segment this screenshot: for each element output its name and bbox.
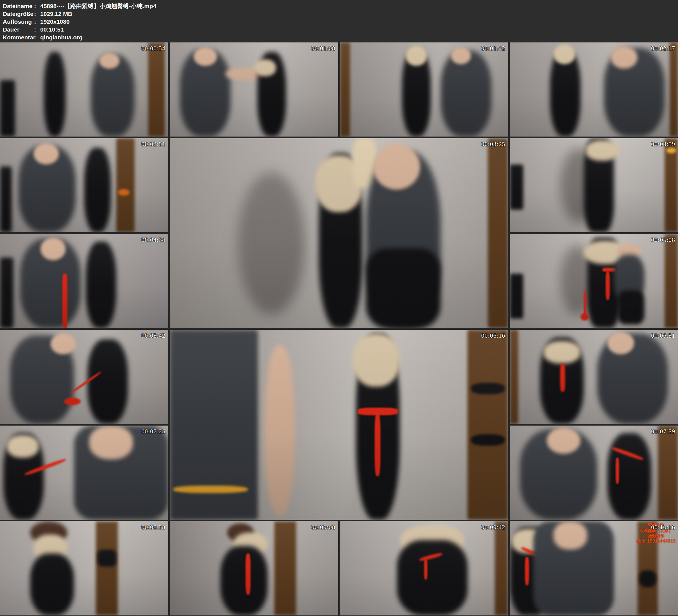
- abstract-figure-blob: [584, 291, 587, 317]
- abstract-figure-blob: [356, 334, 400, 519]
- abstract-figure-blob: [607, 332, 634, 354]
- abstract-figure-blob: [40, 238, 66, 260]
- thumbnail-tile[interactable]: 00:09:42: [340, 521, 508, 615]
- thumbnail-image: [170, 330, 508, 519]
- abstract-figure-blob: [87, 339, 128, 424]
- thumbnail-tile[interactable]: 00:02:17: [510, 42, 678, 137]
- abstract-figure-blob: [96, 521, 118, 615]
- thumbnail-image: [170, 138, 508, 328]
- abstract-figure-blob: [397, 540, 468, 615]
- timestamp-badge: 00:09:08: [311, 524, 335, 531]
- abstract-figure-blob: [170, 330, 258, 519]
- abstract-figure-blob: [424, 559, 427, 580]
- thumbnail-image: [510, 234, 678, 328]
- file-info-separator: :: [34, 10, 40, 18]
- abstract-figure-blob: [510, 164, 523, 210]
- thumbnail-tile[interactable]: 00:04:34: [0, 234, 168, 328]
- abstract-figure-blob: [84, 148, 111, 232]
- thumbnail-tile[interactable]: 00:05:08: [510, 234, 678, 328]
- abstract-figure-blob: [525, 557, 529, 585]
- watermark-line: 摄影创作: [637, 533, 676, 539]
- timestamp-badge: 00:00:34: [141, 45, 165, 52]
- abstract-figure-blob: [89, 426, 133, 459]
- abstract-figure-blob: [70, 371, 102, 394]
- abstract-figure-blob: [0, 258, 13, 328]
- timestamp-badge: 00:02:17: [651, 45, 675, 52]
- abstract-figure-blob: [584, 138, 614, 232]
- file-info-label: Dauer: [3, 26, 34, 34]
- abstract-figure-blob: [265, 345, 295, 516]
- abstract-figure-blob: [580, 313, 589, 320]
- abstract-figure-blob: [220, 546, 268, 615]
- abstract-figure-blob: [543, 341, 580, 363]
- abstract-figure-blob: [116, 138, 135, 232]
- abstract-figure-blob: [419, 552, 443, 562]
- thumbnail-image: [510, 330, 678, 424]
- abstract-figure-blob: [602, 268, 616, 271]
- abstract-figure-blob: [560, 148, 597, 223]
- abstract-figure-blob: [148, 42, 165, 137]
- abstract-figure-blob: [617, 291, 644, 324]
- timestamp-badge: 00:10:16: [651, 524, 675, 531]
- thumbnail-tile[interactable]: 紧缚体验 实践体验（北京） 摄影创作 微信 15011444919 00:10:…: [510, 521, 678, 615]
- abstract-figure-blob: [665, 234, 678, 328]
- file-info-row: Dauer : 00:10:51: [3, 26, 678, 34]
- file-info-label: Dateigröße: [3, 10, 34, 18]
- file-info-row: Dateiname : 45898----【路由紧缚】小鸡翘臀缚-小纯.mp4: [3, 2, 678, 10]
- file-info-label: Dateiname: [3, 2, 34, 10]
- abstract-figure-blob: [366, 248, 440, 328]
- abstract-figure-blob: [617, 243, 641, 259]
- thumbnail-tile[interactable]: 00:00:34: [0, 42, 168, 137]
- abstract-figure-blob: [366, 152, 440, 328]
- abstract-figure-blob: [607, 433, 651, 519]
- file-info-separator: :: [34, 26, 40, 34]
- file-info-label: Auflösung: [3, 18, 34, 26]
- abstract-figure-blob: [606, 272, 610, 300]
- thumbnail-tile[interactable]: 00:05:42: [0, 330, 168, 424]
- abstract-figure-blob: [0, 80, 15, 137]
- abstract-figure-blob: [550, 50, 580, 137]
- abstract-figure-blob: [586, 140, 619, 161]
- abstract-figure-blob: [74, 426, 168, 519]
- thumbnail-image: [510, 426, 678, 519]
- thumbnail-tile[interactable]: 00:02:51: [0, 138, 168, 232]
- abstract-figure-blob: [587, 238, 621, 328]
- thumbnail-tile[interactable]: 00:07:25: [0, 426, 168, 519]
- abstract-figure-blob: [10, 335, 74, 424]
- thumbnail-tile[interactable]: 00:03:59: [510, 138, 678, 232]
- file-info-header: Dateiname : 45898----【路由紧缚】小鸡翘臀缚-小纯.mp4 …: [0, 0, 678, 42]
- abstract-figure-blob: [315, 155, 363, 212]
- thumbnail-tile[interactable]: 00:08:33: [0, 521, 168, 615]
- file-info-row: Kommentar : qinglanhua.org: [3, 34, 678, 41]
- thumbnail-tile-large[interactable]: 00:03:25: [170, 138, 508, 328]
- abstract-figure-blob: [665, 138, 678, 232]
- thumbnail-tile[interactable]: 00:09:08: [170, 521, 338, 615]
- resolution-value: 1920x1080: [40, 18, 70, 26]
- thumbnail-image: [340, 521, 508, 615]
- abstract-figure-blob: [91, 55, 135, 137]
- abstract-figure-blob: [24, 458, 67, 476]
- timestamp-badge: 00:02:51: [141, 141, 165, 148]
- abstract-figure-blob: [540, 337, 584, 424]
- thumbnail-image: [0, 234, 168, 328]
- abstract-figure-blob: [30, 521, 67, 544]
- thumbnail-tile[interactable]: 00:01:08: [170, 42, 338, 137]
- thumbnail-tile-large[interactable]: 00:06:16: [170, 330, 508, 519]
- abstract-figure-blob: [520, 429, 597, 519]
- abstract-figure-blob: [180, 50, 230, 137]
- abstract-figure-blob: [173, 486, 248, 493]
- abstract-figure-blob: [227, 523, 254, 542]
- abstract-figure-blob: [18, 146, 76, 232]
- abstract-figure-blob: [512, 529, 545, 553]
- abstract-figure-blob: [614, 255, 644, 302]
- thumbnail-tile[interactable]: 00:06:51: [510, 330, 678, 424]
- thumbnail-tile[interactable]: 00:01:42: [340, 42, 508, 137]
- abstract-figure-blob: [658, 426, 678, 519]
- abstract-figure-blob: [340, 42, 350, 137]
- thumbnail-tile[interactable]: 00:07:59: [510, 426, 678, 519]
- abstract-figure-blob: [99, 53, 119, 69]
- abstract-figure-blob: [254, 60, 276, 77]
- abstract-figure-blob: [50, 334, 76, 354]
- timestamp-badge: 00:05:08: [651, 236, 675, 243]
- abstract-figure-blob: [62, 274, 67, 328]
